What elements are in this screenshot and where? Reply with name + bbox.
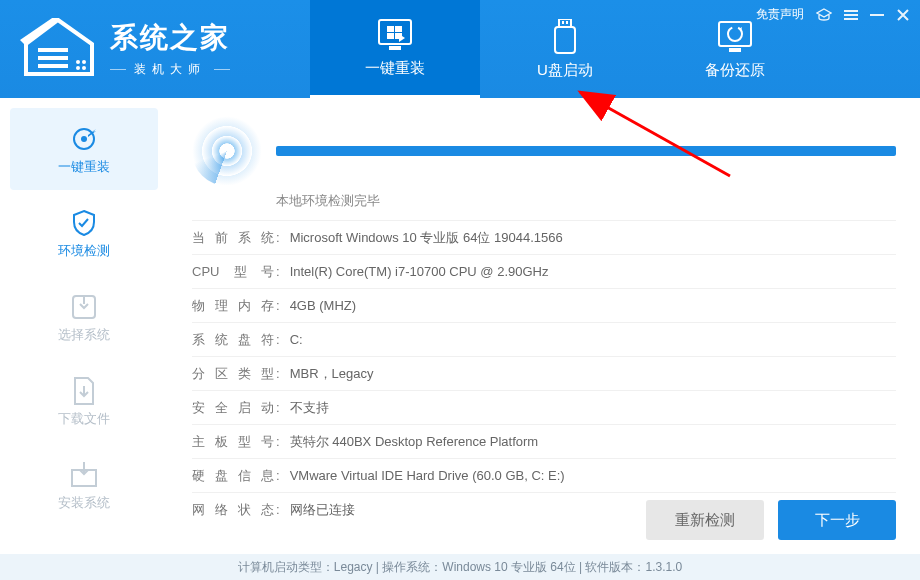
info-label: 系统盘符	[192, 331, 274, 349]
info-value: Intel(R) Core(TM) i7-10700 CPU @ 2.90GHz	[290, 264, 549, 279]
info-label: 分区类型	[192, 365, 274, 383]
download-file-icon	[72, 374, 96, 408]
status-bar: 计算机启动类型：Legacy | 操作系统：Windows 10 专业版 64位…	[0, 554, 920, 580]
svg-rect-16	[844, 10, 858, 12]
svg-point-6	[82, 66, 86, 70]
sidebar-label: 安装系统	[58, 494, 110, 512]
backup-restore-icon	[715, 19, 755, 55]
install-box-icon	[69, 458, 99, 492]
svg-point-3	[76, 60, 80, 64]
sidebar-item-env-check[interactable]: 环境检测	[10, 192, 158, 274]
header: 系统之家 装机大师 一键重装 U盘启动 备份还原 免责声明	[0, 0, 920, 98]
menu-icon[interactable]	[844, 8, 858, 22]
info-row: 分区类型:MBR，Legacy	[192, 356, 896, 390]
svg-point-4	[82, 60, 86, 64]
shield-check-icon	[70, 206, 98, 240]
nav-reinstall[interactable]: 一键重装	[310, 0, 480, 98]
logo-subtitle: 装机大师	[110, 61, 230, 78]
nav-label: 一键重装	[365, 59, 425, 78]
nav-usb-boot[interactable]: U盘启动	[480, 0, 650, 98]
next-button[interactable]: 下一步	[778, 500, 896, 540]
sidebar: 一键重装 环境检测 选择系统 下载文件 安装系统	[0, 98, 168, 554]
svg-rect-10	[562, 21, 564, 24]
svg-rect-1	[38, 56, 68, 60]
info-value: Microsoft Windows 10 专业版 64位 19044.1566	[290, 229, 563, 247]
sidebar-item-select-system[interactable]: 选择系统	[10, 276, 158, 358]
info-row: 当前系统:Microsoft Windows 10 专业版 64位 19044.…	[192, 220, 896, 254]
info-row: 安全启动:不支持	[192, 390, 896, 424]
info-value: 不支持	[290, 399, 329, 417]
graduation-icon[interactable]	[816, 8, 832, 22]
info-label: CPU型号	[192, 263, 274, 281]
disclaimer-link[interactable]: 免责声明	[756, 6, 804, 23]
svg-rect-2	[38, 64, 68, 68]
svg-rect-0	[38, 48, 68, 52]
info-list: 当前系统:Microsoft Windows 10 专业版 64位 19044.…	[192, 220, 896, 526]
nav-label: U盘启动	[537, 61, 593, 80]
top-nav: 一键重装 U盘启动 备份还原	[310, 0, 820, 98]
main-panel: 本地环境检测完毕 当前系统:Microsoft Windows 10 专业版 6…	[168, 98, 920, 554]
progress-fill	[276, 146, 896, 156]
logo-area: 系统之家 装机大师	[0, 0, 310, 78]
info-row: CPU型号:Intel(R) Core(TM) i7-10700 CPU @ 2…	[192, 254, 896, 288]
sidebar-label: 一键重装	[58, 158, 110, 176]
info-value: 网络已连接	[290, 501, 355, 519]
svg-rect-11	[566, 21, 568, 24]
info-label: 安全启动	[192, 399, 274, 417]
nav-label: 备份还原	[705, 61, 765, 80]
info-value: 4GB (MHZ)	[290, 298, 356, 313]
scan-row	[192, 116, 896, 186]
info-value: C:	[290, 332, 303, 347]
info-row: 硬盘信息:VMware Virtual IDE Hard Drive (60.0…	[192, 458, 896, 492]
titlebar: 免责声明	[756, 6, 910, 23]
scan-status-text: 本地环境检测完毕	[276, 192, 896, 210]
svg-rect-14	[729, 48, 741, 52]
sidebar-item-download[interactable]: 下载文件	[10, 360, 158, 442]
svg-point-5	[76, 66, 80, 70]
info-label: 硬盘信息	[192, 467, 274, 485]
redetect-button[interactable]: 重新检测	[646, 500, 764, 540]
progress-bar	[276, 146, 896, 156]
target-icon	[70, 122, 98, 156]
svg-rect-19	[870, 14, 884, 16]
info-row: 系统盘符:C:	[192, 322, 896, 356]
info-row: 物理内存:4GB (MHZ)	[192, 288, 896, 322]
info-label: 当前系统	[192, 229, 274, 247]
app-logo-icon	[18, 18, 98, 78]
info-label: 物理内存	[192, 297, 274, 315]
sidebar-item-install[interactable]: 安装系统	[10, 444, 158, 526]
sidebar-label: 环境检测	[58, 242, 110, 260]
close-icon[interactable]	[896, 8, 910, 22]
info-value: VMware Virtual IDE Hard Drive (60.0 GB, …	[290, 468, 565, 483]
sidebar-label: 选择系统	[58, 326, 110, 344]
windows-reinstall-icon	[375, 17, 415, 53]
svg-point-21	[81, 136, 87, 142]
svg-rect-9	[559, 19, 571, 27]
sidebar-item-reinstall[interactable]: 一键重装	[10, 108, 158, 190]
svg-rect-17	[844, 14, 858, 16]
info-row: 主板型号:英特尔 440BX Desktop Reference Platfor…	[192, 424, 896, 458]
svg-rect-18	[844, 18, 858, 20]
info-value: MBR，Legacy	[290, 365, 374, 383]
logo-title: 系统之家	[110, 19, 230, 57]
info-label: 网络状态	[192, 501, 274, 519]
svg-rect-12	[555, 27, 575, 53]
info-label: 主板型号	[192, 433, 274, 451]
usb-drive-icon	[552, 19, 578, 55]
info-value: 英特尔 440BX Desktop Reference Platform	[290, 433, 539, 451]
sidebar-label: 下载文件	[58, 410, 110, 428]
minimize-icon[interactable]	[870, 8, 884, 22]
scan-radar-icon	[192, 116, 262, 186]
select-icon	[70, 290, 98, 324]
svg-rect-8	[389, 46, 401, 50]
svg-rect-13	[719, 22, 751, 46]
